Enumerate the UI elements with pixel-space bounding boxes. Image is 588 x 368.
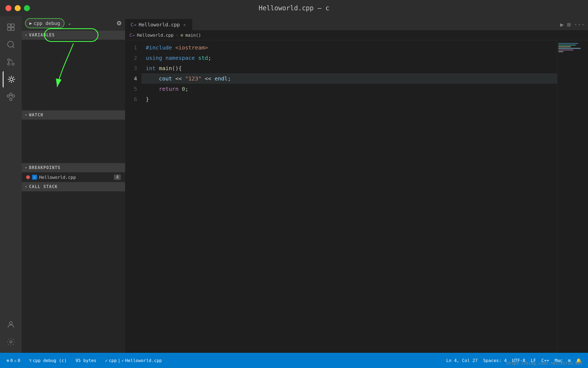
code-token: 0 (182, 84, 185, 94)
watch-header[interactable]: ▾ WATCH (22, 110, 125, 120)
main-layout: ▶ cpp debug ⌄ ⚙ ▾ VARIABLES ▾ WATCH (0, 16, 588, 353)
run-button[interactable]: ▶ (560, 21, 564, 28)
watch-chevron-icon: ▾ (25, 113, 27, 117)
code-content[interactable]: #include <iostream> using namespace std;… (141, 40, 557, 353)
sidebar-item-search[interactable] (3, 36, 19, 53)
breakpoints-section: ▾ BREAKPOINTS ✓ Helloworld.cpp 4 (22, 163, 125, 182)
svg-point-9 (8, 63, 10, 65)
code-token: int (146, 63, 156, 73)
status-spaces[interactable]: Spaces: 4 (481, 358, 509, 363)
window-title: Helloworld.cpp — c (259, 4, 329, 12)
status-filename: Helloworld.cpp (125, 358, 162, 363)
line-number-6: 6 (125, 94, 137, 104)
code-token (172, 42, 175, 53)
code-token: ; (228, 73, 231, 84)
breakpoint-line-number: 4 (114, 174, 121, 180)
code-token: cout (159, 73, 172, 84)
code-token (162, 53, 165, 63)
svg-rect-3 (8, 27, 11, 30)
maximize-button[interactable] (24, 5, 30, 11)
status-debug-config[interactable]: ⌥ cpp debug (c) (27, 358, 69, 363)
code-token: (){ (172, 63, 182, 73)
code-token: "123" (185, 73, 202, 84)
minimap-code (557, 40, 584, 55)
minimap-line (558, 46, 571, 47)
url-bar: https://blog.csdn.net/Kirin_865 (506, 361, 583, 366)
callstack-chevron-icon: ▾ (25, 185, 27, 189)
svg-rect-11 (7, 95, 10, 97)
status-cursor[interactable]: Ln 4, Col 27 (444, 358, 480, 363)
watch-label: WATCH (29, 113, 44, 117)
code-line-1: #include <iostream> (141, 42, 557, 53)
sidebar-item-extensions[interactable] (3, 89, 19, 105)
warning-icon: ⚠ (14, 358, 17, 363)
line-number-4: 4 (125, 73, 137, 84)
watch-section: ▾ WATCH (22, 110, 125, 163)
list-item: ✓ Helloworld.cpp 4 (22, 172, 125, 182)
editor-scrollbar[interactable] (584, 40, 588, 353)
error-count: 0 (10, 358, 13, 363)
svg-line-6 (13, 46, 14, 48)
line-number-2: 2 (125, 53, 137, 63)
debug-config-button[interactable]: ▶ cpp debug (25, 18, 64, 28)
code-token: namespace (165, 53, 195, 63)
callstack-content (22, 191, 125, 213)
breadcrumb-file[interactable]: Helloworld.cpp (137, 33, 174, 38)
svg-point-5 (8, 41, 13, 47)
check-icon-2: ✓ (122, 358, 124, 363)
code-token: main (159, 63, 172, 73)
svg-point-19 (10, 322, 13, 325)
tab-close-button[interactable]: ✕ (182, 22, 187, 27)
variables-chevron-icon: ▾ (25, 33, 27, 37)
sidebar-item-settings[interactable] (3, 334, 19, 350)
breakpoints-chevron-icon: ▾ (25, 166, 27, 170)
breakpoints-header[interactable]: ▾ BREAKPOINTS (22, 163, 125, 172)
split-editor-button[interactable]: ⊞ (567, 21, 571, 28)
sidebar-item-source-control[interactable] (3, 54, 19, 70)
cursor-position: Ln 4, Col 27 (446, 358, 478, 363)
breadcrumb-symbol[interactable]: main() (185, 33, 201, 38)
minimap-line (558, 48, 581, 49)
window-controls (5, 5, 30, 11)
sidebar-item-account[interactable] (3, 316, 19, 333)
code-token (178, 84, 182, 94)
code-line-3: int main(){ (141, 63, 557, 73)
code-token: #include (146, 42, 172, 53)
minimap (557, 40, 584, 353)
svg-point-8 (8, 59, 10, 61)
error-icon: ⊗ (7, 358, 9, 363)
debug-dropdown-button[interactable]: ⌄ (67, 21, 72, 26)
svg-rect-14 (10, 98, 12, 100)
code-token (146, 73, 159, 84)
code-token: ; (185, 84, 188, 94)
debug-toolbar: ▶ cpp debug ⌄ ⚙ (22, 16, 125, 30)
spaces-label: Spaces: 4 (483, 358, 507, 363)
close-button[interactable] (5, 5, 11, 11)
line-number-1: 1 (125, 42, 137, 53)
status-language-check[interactable]: ✓ cpp | ✓ Helloworld.cpp (103, 358, 164, 363)
status-debug-label: cpp debug (c) (33, 358, 67, 363)
callstack-header[interactable]: ▾ CALL STACK (22, 182, 125, 191)
status-filesize[interactable]: 95 bytes (73, 358, 98, 363)
sidebar-item-explorer[interactable] (3, 19, 19, 35)
tab-file-icon: C→ (131, 22, 137, 27)
code-line-2: using namespace std; (141, 53, 557, 63)
code-line-4: cout << "123" << endl; (141, 73, 557, 84)
svg-rect-12 (12, 95, 14, 97)
editor-area: C→ Helloworld.cpp ✕ ▶ ⊞ ··· C→ Helloworl… (125, 16, 588, 353)
more-actions-button[interactable]: ··· (574, 21, 585, 28)
minimize-button[interactable] (15, 5, 21, 11)
minimap-line (558, 51, 563, 52)
code-token (156, 63, 159, 73)
sidebar-item-debug[interactable] (3, 71, 19, 88)
code-token (146, 84, 159, 94)
breakpoint-checkbox[interactable]: ✓ (32, 175, 37, 180)
variables-header[interactable]: ▾ VARIABLES (22, 30, 125, 40)
status-errors[interactable]: ⊗ 0 ⚠ 0 (4, 358, 23, 363)
code-token: return (159, 84, 178, 94)
check-icon: ✓ (105, 358, 108, 363)
debug-settings-button[interactable]: ⚙ (116, 20, 122, 27)
tab-helloworld[interactable]: C→ Helloworld.cpp ✕ (125, 19, 192, 30)
svg-rect-4 (11, 27, 14, 30)
svg-point-20 (10, 341, 12, 343)
